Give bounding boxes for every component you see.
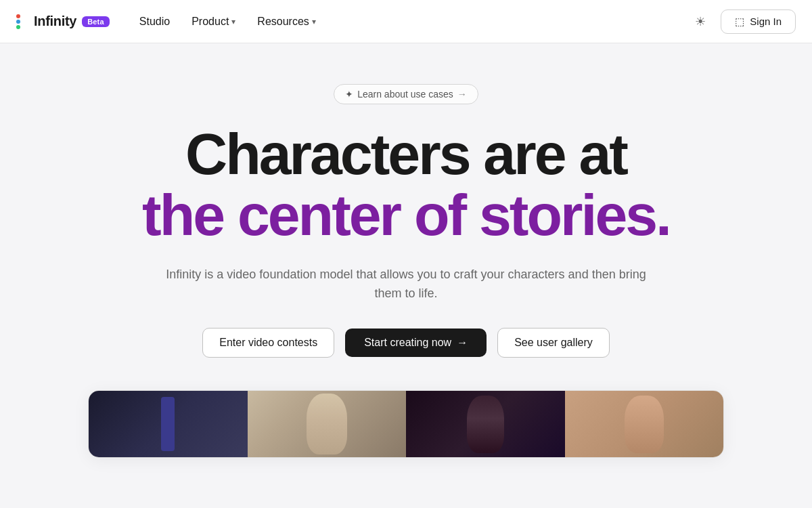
sign-in-icon: ⬚ [735,16,744,28]
gallery-card-1 [89,391,248,457]
hero-section: ✦ Learn about use cases → Characters are… [0,43,812,458]
navbar-left: Infinity Beta Studio Product ▾ Resources… [16,10,324,33]
logo-dot-red [16,14,20,18]
resources-chevron-icon: ▾ [312,17,316,26]
beta-badge: Beta [82,16,110,27]
gallery-card-3 [406,391,565,457]
gallery-card-2 [248,391,407,457]
enter-contests-button[interactable]: Enter video contests [202,328,334,358]
gallery-face-4 [625,396,664,453]
gallery-face-2 [307,394,347,454]
navbar: Infinity Beta Studio Product ▾ Resources… [0,0,812,43]
logo-dot-blue [16,20,20,24]
gallery-face-3 [467,396,504,453]
sun-icon: ☀ [695,14,706,29]
sparkle-icon: ✦ [345,89,353,100]
cta-row: Enter video contests Start creating now … [202,328,610,358]
brand-logo [16,14,28,29]
pill-text: Learn about use cases [357,89,453,100]
gallery-card-1-accent [161,397,175,451]
gallery-preview [88,390,724,458]
product-chevron-icon: ▾ [231,17,235,26]
use-cases-pill[interactable]: ✦ Learn about use cases → [334,84,478,104]
nav-links: Studio Product ▾ Resources ▾ [131,10,324,33]
gallery-card-4 [565,391,724,457]
arrow-icon: → [457,337,468,349]
pill-arrow-icon: → [457,89,467,100]
brand: Infinity Beta [16,14,110,29]
nav-studio[interactable]: Studio [131,10,178,33]
nav-product[interactable]: Product ▾ [183,10,244,33]
start-creating-button[interactable]: Start creating now → [345,329,487,357]
see-gallery-button[interactable]: See user gallery [497,328,610,358]
navbar-right: ☀ ⬚ Sign In [688,9,796,34]
hero-subtitle: Infinity is a video foundation model tha… [162,265,650,304]
logo-dot-green [16,25,20,29]
hero-title: Characters are at the center of stories. [142,123,670,246]
hero-title-line1: Characters are at [142,123,670,184]
hero-title-line2: the center of stories. [142,184,670,245]
sign-in-button[interactable]: ⬚ Sign In [721,9,796,34]
nav-resources[interactable]: Resources ▾ [249,10,323,33]
theme-toggle-button[interactable]: ☀ [688,9,713,34]
brand-name: Infinity [34,14,76,29]
